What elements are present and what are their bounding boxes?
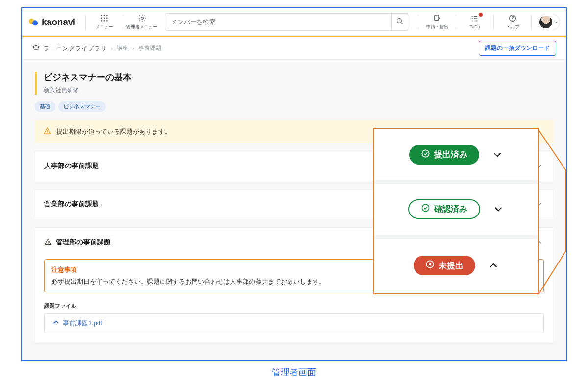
- list-icon: [470, 14, 479, 23]
- status-pill-confirmed: 確認済み: [408, 199, 480, 219]
- avatar-icon: [539, 16, 552, 28]
- grid-icon: [100, 14, 109, 23]
- admin-menu-label: 管理者メニュー: [126, 24, 157, 30]
- svg-point-8: [101, 20, 102, 21]
- svg-line-13: [401, 22, 402, 24]
- svg-point-15: [472, 16, 473, 17]
- svg-point-22: [512, 20, 513, 21]
- menu-button[interactable]: メニュー: [89, 11, 120, 33]
- tag-list: 基礎 ビジネスマナー: [35, 101, 553, 112]
- svg-point-1: [32, 20, 38, 25]
- topbar: kaonavi メニュー 管理者メニュー: [22, 8, 566, 36]
- divider: [493, 15, 494, 29]
- svg-point-3: [103, 15, 105, 16]
- svg-point-7: [106, 17, 108, 19]
- tag: 基礎: [35, 101, 55, 112]
- title-block: ビジネスマナーの基本 新入社員研修: [35, 72, 553, 95]
- file-section: 課題ファイル 事前課題1.pdf: [35, 299, 553, 342]
- notification-dot-icon: [479, 13, 483, 17]
- help-icon: [508, 14, 517, 23]
- svg-point-4: [106, 15, 108, 16]
- svg-point-30: [422, 150, 429, 157]
- chevron-down-icon: [492, 149, 503, 160]
- chevron-up-icon: [488, 260, 499, 271]
- svg-point-12: [397, 18, 401, 23]
- logo[interactable]: kaonavi: [28, 17, 75, 27]
- task-title: 営業部の事前課題: [44, 200, 99, 209]
- search-button[interactable]: [391, 14, 408, 30]
- callout-row-confirmed: 確認済み: [374, 184, 538, 238]
- pill-label: 確認済み: [434, 203, 467, 215]
- divider: [123, 15, 123, 29]
- todo-button[interactable]: ToDo: [459, 11, 490, 33]
- pill-label: 未提出: [439, 260, 464, 271]
- svg-point-26: [48, 243, 48, 243]
- tag: ビジネスマナー: [58, 101, 106, 112]
- divider: [456, 15, 456, 29]
- chevron-right-icon: ›: [111, 45, 113, 52]
- warning-icon: [44, 238, 52, 247]
- svg-point-9: [103, 20, 105, 21]
- download-icon: [51, 319, 59, 328]
- file-section-label: 課題ファイル: [44, 302, 544, 310]
- todo-label: ToDo: [469, 24, 480, 29]
- circle-x-icon: [425, 260, 435, 271]
- status-callout: 提出済み 確認済み: [373, 128, 539, 294]
- callout-connector: [539, 130, 567, 296]
- document-arrow-icon: [433, 14, 441, 23]
- graduate-cap-icon: [32, 44, 40, 53]
- circle-check-icon: [421, 203, 430, 215]
- circle-check-icon: [421, 149, 430, 161]
- search-wrap: [165, 13, 408, 31]
- svg-point-6: [103, 17, 105, 19]
- svg-point-31: [422, 204, 429, 211]
- apply-label: 申請・届出: [426, 24, 448, 30]
- header-right: 申請・届出 ToDo ヘルプ: [415, 11, 560, 33]
- svg-point-2: [101, 15, 102, 16]
- file-download-link[interactable]: 事前課題1.pdf: [44, 313, 544, 333]
- svg-point-24: [47, 132, 48, 133]
- breadcrumb-level3: 事前課題: [138, 44, 162, 52]
- task-title: 人事部の事前課題: [44, 162, 99, 170]
- warning-icon: [43, 127, 51, 137]
- svg-point-17: [472, 20, 473, 21]
- breadcrumb-bar: ラーニングライブラリ › 講座 › 事前課題 課題の一括ダウンロード: [22, 37, 566, 60]
- logo-icon: [28, 17, 39, 27]
- callout-row-unsubmitted: 未提出: [374, 239, 538, 293]
- bulk-download-button[interactable]: 課題の一括ダウンロード: [479, 41, 556, 56]
- divider: [531, 15, 532, 29]
- svg-marker-29: [539, 130, 566, 294]
- status-pill-unsubmitted: 未提出: [414, 256, 475, 275]
- figure-caption: 管理者画面: [0, 366, 588, 378]
- search-box: [165, 13, 408, 31]
- file-name: 事前課題1.pdf: [63, 319, 102, 328]
- search-icon: [396, 17, 404, 27]
- page-title: ビジネスマナーの基本: [44, 72, 553, 83]
- callout-row-submitted: 提出済み: [374, 129, 538, 184]
- svg-point-16: [472, 18, 473, 19]
- task-title: 管理部の事前課題: [56, 238, 111, 247]
- breadcrumb-level2[interactable]: 講座: [117, 44, 128, 52]
- gear-icon: [138, 14, 147, 23]
- breadcrumb-root-label: ラーニングライブラリ: [43, 44, 107, 53]
- search-input[interactable]: [165, 18, 391, 25]
- svg-point-5: [101, 17, 102, 19]
- chevron-down-icon: [554, 20, 559, 24]
- help-label: ヘルプ: [506, 24, 519, 30]
- pill-label: 提出済み: [434, 149, 467, 160]
- divider: [85, 15, 86, 29]
- alert-text: 提出期限が迫っている課題があります。: [56, 127, 171, 136]
- breadcrumb-root[interactable]: ラーニングライブラリ: [32, 44, 107, 53]
- chevron-right-icon: ›: [132, 45, 134, 52]
- menu-label: メニュー: [96, 24, 113, 30]
- chevron-down-icon: [493, 204, 504, 215]
- svg-point-11: [141, 17, 143, 19]
- help-button[interactable]: ヘルプ: [497, 11, 528, 33]
- app-window: kaonavi メニュー 管理者メニュー: [21, 7, 567, 361]
- divider: [418, 15, 418, 29]
- apply-button[interactable]: 申請・届出: [421, 11, 453, 33]
- user-avatar-menu[interactable]: [538, 14, 560, 30]
- admin-menu-button[interactable]: 管理者メニュー: [126, 11, 158, 33]
- svg-point-10: [106, 20, 108, 21]
- page-subtitle: 新入社員研修: [44, 86, 553, 95]
